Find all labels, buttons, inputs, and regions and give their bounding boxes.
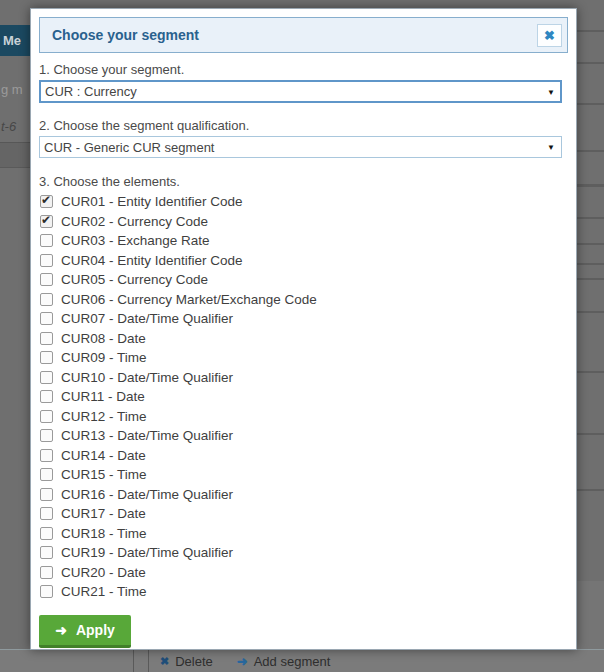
element-checkbox[interactable] xyxy=(40,468,53,481)
element-checkbox[interactable] xyxy=(40,195,53,208)
delete-link-label: Delete xyxy=(175,654,213,669)
element-row: CUR12 - Time xyxy=(39,407,568,427)
background-footer-bar: ✖ Delete ➜ Add segment xyxy=(0,649,604,672)
table-column-divider xyxy=(148,650,149,672)
element-row: CUR11 - Date xyxy=(39,387,568,407)
element-label: CUR14 - Date xyxy=(61,448,146,463)
element-checkbox[interactable] xyxy=(40,293,53,306)
element-checkbox[interactable] xyxy=(40,351,53,364)
element-row: CUR10 - Date/Time Qualifier xyxy=(39,368,568,388)
element-row: CUR18 - Time xyxy=(39,524,568,544)
element-label: CUR08 - Date xyxy=(61,331,146,346)
element-checkbox[interactable] xyxy=(40,234,53,247)
step3-label: 3. Choose the elements. xyxy=(39,174,568,189)
element-label: CUR01 - Entity Identifier Code xyxy=(61,194,243,209)
background-text-fragment: g m xyxy=(1,82,23,97)
choose-segment-modal: Choose your segment ✖ 1. Choose your seg… xyxy=(30,8,577,650)
element-checkbox[interactable] xyxy=(40,566,53,579)
element-label: CUR10 - Date/Time Qualifier xyxy=(61,370,233,385)
close-button[interactable]: ✖ xyxy=(537,24,562,47)
element-checkbox[interactable] xyxy=(40,273,53,286)
table-column-divider xyxy=(133,650,134,672)
element-label: CUR02 - Currency Code xyxy=(61,214,208,229)
element-label: CUR13 - Date/Time Qualifier xyxy=(61,428,233,443)
element-checkbox[interactable] xyxy=(40,429,53,442)
element-checkbox[interactable] xyxy=(40,410,53,423)
delete-link[interactable]: ✖ Delete xyxy=(160,654,213,669)
element-row: CUR02 - Currency Code xyxy=(39,212,568,232)
element-label: CUR04 - Entity Identifier Code xyxy=(61,253,243,268)
element-label: CUR17 - Date xyxy=(61,506,146,521)
element-label: CUR19 - Date/Time Qualifier xyxy=(61,545,233,560)
element-checkbox[interactable] xyxy=(40,546,53,559)
element-row: CUR05 - Currency Code xyxy=(39,270,568,290)
add-segment-arrow-icon: ➜ xyxy=(237,654,248,669)
element-row: CUR13 - Date/Time Qualifier xyxy=(39,426,568,446)
segment-select[interactable]: CUR : Currency xyxy=(39,80,562,103)
element-label: CUR06 - Currency Market/Exchange Code xyxy=(61,292,317,307)
element-checkbox[interactable] xyxy=(40,585,53,598)
add-segment-link[interactable]: ➜ Add segment xyxy=(237,654,331,669)
element-checkbox[interactable] xyxy=(40,254,53,267)
element-row: CUR03 - Exchange Rate xyxy=(39,231,568,251)
element-row: CUR21 - Time xyxy=(39,582,568,602)
segment-select-wrap: CUR : Currency ▼ xyxy=(39,80,562,103)
element-label: CUR03 - Exchange Rate xyxy=(61,233,210,248)
element-row: CUR20 - Date xyxy=(39,563,568,583)
qualification-select-wrap: CUR - Generic CUR segment ▼ xyxy=(39,136,562,158)
delete-x-icon: ✖ xyxy=(160,655,169,668)
apply-button-label: Apply xyxy=(76,622,115,638)
element-label: CUR20 - Date xyxy=(61,565,146,580)
element-label: CUR07 - Date/Time Qualifier xyxy=(61,311,233,326)
element-row: CUR16 - Date/Time Qualifier xyxy=(39,485,568,505)
element-label: CUR09 - Time xyxy=(61,350,147,365)
element-row: CUR01 - Entity Identifier Code xyxy=(39,192,568,212)
element-label: CUR11 - Date xyxy=(61,389,145,404)
element-checkbox[interactable] xyxy=(40,449,53,462)
element-checkbox[interactable] xyxy=(40,488,53,501)
element-row: CUR06 - Currency Market/Exchange Code xyxy=(39,290,568,310)
element-row: CUR09 - Time xyxy=(39,348,568,368)
background-navbar-label: Me xyxy=(0,33,21,48)
modal-title: Choose your segment xyxy=(52,27,199,43)
element-row: CUR15 - Time xyxy=(39,465,568,485)
apply-button[interactable]: ➜ Apply xyxy=(39,615,131,648)
step1-label: 1. Choose your segment. xyxy=(39,62,568,77)
apply-arrow-icon: ➜ xyxy=(55,623,67,637)
elements-list: CUR01 - Entity Identifier Code CUR02 - C… xyxy=(39,192,568,602)
background-text-fragment: t-6 xyxy=(1,119,16,134)
add-segment-link-label: Add segment xyxy=(254,654,331,669)
modal-header: Choose your segment ✖ xyxy=(39,17,568,53)
element-label: CUR15 - Time xyxy=(61,467,147,482)
element-label: CUR12 - Time xyxy=(61,409,147,424)
element-checkbox[interactable] xyxy=(40,332,53,345)
element-checkbox[interactable] xyxy=(40,312,53,325)
element-label: CUR21 - Time xyxy=(61,584,147,599)
element-row: CUR14 - Date xyxy=(39,446,568,466)
qualification-select[interactable]: CUR - Generic CUR segment xyxy=(39,136,562,158)
element-row: CUR07 - Date/Time Qualifier xyxy=(39,309,568,329)
element-checkbox[interactable] xyxy=(40,507,53,520)
element-checkbox[interactable] xyxy=(40,390,53,403)
element-label: CUR18 - Time xyxy=(61,526,147,541)
element-checkbox[interactable] xyxy=(40,527,53,540)
element-row: CUR19 - Date/Time Qualifier xyxy=(39,543,568,563)
step2-label: 2. Choose the segment qualification. xyxy=(39,118,568,133)
element-label: CUR05 - Currency Code xyxy=(61,272,208,287)
element-checkbox[interactable] xyxy=(40,371,53,384)
element-row: CUR04 - Entity Identifier Code xyxy=(39,251,568,271)
element-row: CUR08 - Date xyxy=(39,329,568,349)
element-label: CUR16 - Date/Time Qualifier xyxy=(61,487,233,502)
element-checkbox[interactable] xyxy=(40,215,53,228)
element-row: CUR17 - Date xyxy=(39,504,568,524)
close-icon: ✖ xyxy=(544,29,555,42)
